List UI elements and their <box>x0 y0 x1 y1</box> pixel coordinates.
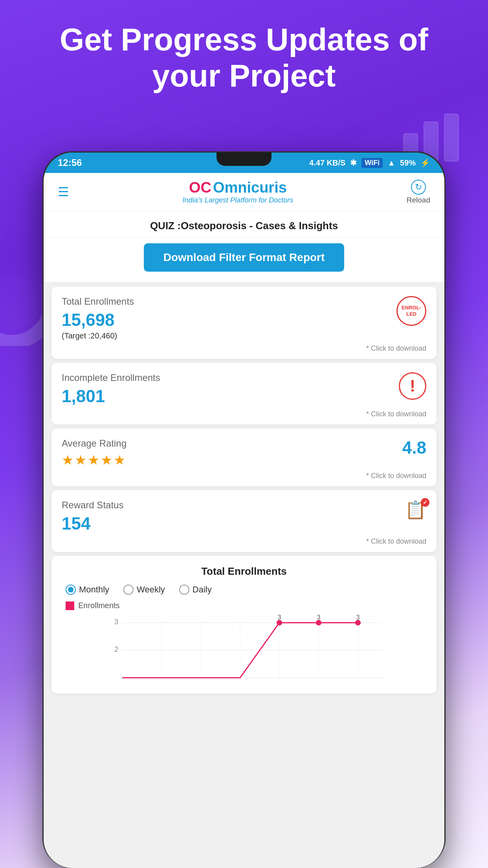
quiz-title-area: QUIZ :Osteoporosis - Cases & Insights <box>44 211 444 238</box>
svg-point-6 <box>0 275 39 330</box>
reward-icon: 📋 ✓ <box>405 500 426 520</box>
incomplete-enrollments-card[interactable]: Incomplete Enrollments 1,801 ! * Click t… <box>51 363 437 425</box>
radio-daily-label: Daily <box>193 585 212 595</box>
legend-label: Enrollments <box>78 601 120 610</box>
card-inner-4: Reward Status 154 📋 ✓ <box>62 500 426 533</box>
battery-level: 59% <box>400 158 416 167</box>
card-inner-2: Incomplete Enrollments 1,801 ! <box>62 372 426 406</box>
radio-daily[interactable]: Daily <box>179 585 212 595</box>
rating-click: * Click to download <box>62 472 426 480</box>
reward-status-card[interactable]: Reward Status 154 📋 ✓ * Click to downloa… <box>51 490 437 552</box>
total-enrollments-target: (Target :20,460) <box>62 331 134 340</box>
hero-text: Get Progress Updates of your Project <box>0 22 488 94</box>
logo-name: Omnicuris <box>213 179 287 196</box>
radio-monthly-label: Monthly <box>79 585 109 595</box>
card-left-2: Incomplete Enrollments 1,801 <box>62 372 160 406</box>
reward-click: * Click to download <box>62 537 426 546</box>
reward-value: 154 <box>62 514 123 533</box>
rating-value: 4.8 <box>402 438 426 458</box>
svg-point-18 <box>277 620 282 625</box>
reload-btn[interactable]: ↻ Reload <box>407 180 430 204</box>
chart-area: 3 2 <box>62 615 426 686</box>
total-enrollments-value: 15,698 <box>62 310 134 330</box>
incomplete-label: Incomplete Enrollments <box>62 372 160 383</box>
card-inner-3: Average Rating ★★★★★ 4.8 <box>62 438 426 468</box>
radio-weekly-label: Weekly <box>137 585 165 595</box>
card-left: Total Enrollments 15,698 (Target :20,460… <box>62 296 134 340</box>
chart-svg: 3 2 <box>62 615 426 686</box>
phone-screen: 12:56 4.47 KB/S ✱ WiFi ▲ 59% ⚡ ☰ OC Omni… <box>44 153 444 868</box>
rating-stars: ★★★★★ <box>62 452 127 468</box>
warning-icon: ! <box>399 372 426 400</box>
svg-text:3: 3 <box>317 615 321 621</box>
chart-legend: Enrollments <box>62 601 426 610</box>
svg-text:2: 2 <box>114 645 118 653</box>
app-content: QUIZ :Osteoporosis - Cases & Insights Do… <box>44 211 444 868</box>
logo-oc: OC <box>189 179 211 196</box>
logo-area: OC Omnicuris India's Largest Platform fo… <box>183 179 294 204</box>
radio-group: Monthly Weekly Daily <box>62 585 426 595</box>
chart-title: Total Enrollments <box>62 565 426 577</box>
total-enrollments-card[interactable]: Total Enrollments 15,698 (Target :20,460… <box>51 287 437 359</box>
legend-color <box>66 601 74 610</box>
radio-weekly-circle <box>123 585 134 595</box>
reward-label: Reward Status <box>62 500 123 511</box>
svg-rect-2 <box>444 114 459 161</box>
radio-weekly[interactable]: Weekly <box>123 585 165 595</box>
chart-section: Total Enrollments Monthly Weekly <box>51 556 437 693</box>
average-rating-card[interactable]: Average Rating ★★★★★ 4.8 * Click to down… <box>51 428 437 486</box>
reload-icon: ↻ <box>411 180 426 195</box>
network-speed: 4.47 KB/S <box>309 158 345 167</box>
svg-point-19 <box>316 620 321 625</box>
signal-icon: ▲ <box>387 158 395 167</box>
card-left-3: Average Rating ★★★★★ <box>62 438 127 468</box>
enrolled-badge: ENROL-LED <box>396 296 426 326</box>
quiz-title: QUIZ :Osteoporosis - Cases & Insights <box>150 220 338 232</box>
svg-point-20 <box>355 620 361 625</box>
card-left-4: Reward Status 154 <box>62 500 123 533</box>
download-btn-area: Download Filter Format Report <box>44 238 444 282</box>
reload-label: Reload <box>407 196 430 204</box>
svg-text:3: 3 <box>356 615 360 621</box>
battery-icon: ⚡ <box>420 158 430 167</box>
radio-daily-circle <box>179 585 189 595</box>
status-time: 12:56 <box>58 157 82 168</box>
wifi-badge: WiFi <box>361 158 383 168</box>
rating-label: Average Rating <box>62 438 127 449</box>
total-enrollments-label: Total Enrollments <box>62 296 134 307</box>
hamburger-icon[interactable]: ☰ <box>58 184 69 199</box>
incomplete-click: * Click to download <box>62 410 426 418</box>
radio-monthly[interactable]: Monthly <box>66 585 109 595</box>
radio-monthly-dot <box>68 587 73 592</box>
phone-notch <box>216 153 272 166</box>
svg-text:3: 3 <box>114 618 118 626</box>
status-right: 4.47 KB/S ✱ WiFi ▲ 59% ⚡ <box>309 158 430 168</box>
radio-monthly-circle <box>66 585 76 595</box>
logo-row: OC Omnicuris <box>189 179 287 196</box>
phone-frame: 12:56 4.47 KB/S ✱ WiFi ▲ 59% ⚡ ☰ OC Omni… <box>42 151 446 868</box>
logo-tagline: India's Largest Platform for Doctors <box>183 196 294 204</box>
incomplete-value: 1,801 <box>62 386 160 406</box>
app-header: ☰ OC Omnicuris India's Largest Platform … <box>44 173 444 211</box>
download-filter-btn[interactable]: Download Filter Format Report <box>144 243 345 272</box>
card-inner: Total Enrollments 15,698 (Target :20,460… <box>62 296 426 340</box>
svg-text:3: 3 <box>278 615 281 621</box>
bluetooth-icon: ✱ <box>350 158 357 167</box>
total-enrollments-click: * Click to download <box>62 344 426 353</box>
